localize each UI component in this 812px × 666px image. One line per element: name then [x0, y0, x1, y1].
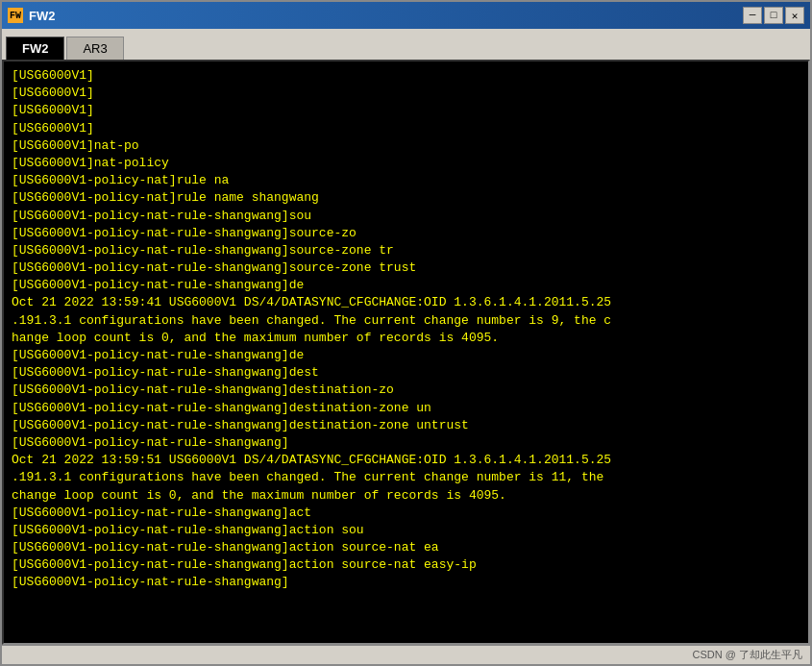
restore-button[interactable]: □	[764, 7, 783, 24]
title-bar-left: FW FW2	[8, 8, 55, 23]
terminal-lines: [USG6000V1] [USG6000V1] [USG6000V1] [USG…	[12, 67, 800, 592]
title-bar: FW FW2 ─ □ ✕	[2, 2, 810, 29]
bottom-bar: CSDN @ 了却此生平凡	[2, 645, 810, 664]
tabs-bar: FW2 AR3	[2, 29, 810, 60]
window-icon: FW	[8, 8, 23, 23]
title-buttons: ─ □ ✕	[743, 7, 804, 24]
minimize-button[interactable]: ─	[743, 7, 762, 24]
window-title: FW2	[29, 9, 55, 23]
tab-fw2[interactable]: FW2	[6, 37, 64, 60]
terminal-output: [USG6000V1] [USG6000V1] [USG6000V1] [USG…	[2, 60, 810, 645]
watermark: CSDN @ 了却此生平凡	[693, 648, 802, 662]
main-window: FW FW2 ─ □ ✕ FW2 AR3 [USG6000V1] [USG600…	[0, 0, 812, 666]
close-button[interactable]: ✕	[785, 7, 804, 24]
tab-ar3[interactable]: AR3	[66, 37, 123, 60]
